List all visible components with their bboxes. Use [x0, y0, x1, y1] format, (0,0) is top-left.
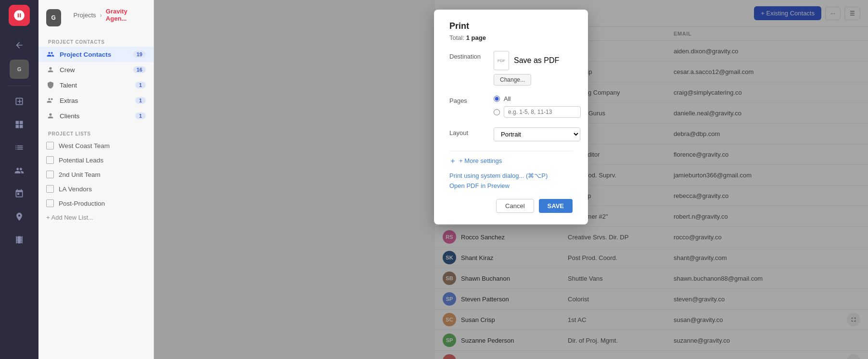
sidebar-brand: G Projects › Gravity Agen...: [38, 8, 153, 36]
dialog-divider: [449, 151, 573, 151]
change-destination-button[interactable]: Change...: [494, 74, 531, 86]
destination-content: PDF Save as PDF Change...: [494, 51, 573, 86]
sidebar-item-crew[interactable]: Crew 16: [38, 62, 153, 77]
pdf-label: Save as PDF: [514, 56, 559, 65]
breadcrumb: Projects › Gravity Agen...: [66, 8, 146, 22]
badge-project-contacts: 19: [133, 51, 146, 58]
sidebar-label-crew: Crew: [60, 66, 75, 74]
list-label-post-production: Post-Production: [59, 200, 105, 207]
list-icon-potential-leads: [46, 156, 54, 164]
badge-clients: 1: [135, 112, 146, 119]
nav-back-icon[interactable]: [11, 37, 28, 54]
dialog-layout-row: Layout Portrait: [449, 127, 573, 141]
sidebar-item-project-contacts[interactable]: Project Contacts 19: [38, 47, 153, 62]
layout-select[interactable]: Portrait: [494, 127, 580, 141]
pages-content: All: [494, 95, 581, 118]
pdf-dest: PDF Save as PDF: [494, 51, 573, 70]
radio-all[interactable]: All: [494, 95, 581, 102]
pages-label: Pages: [449, 95, 488, 104]
layout-content: Portrait: [494, 127, 580, 141]
talent-icon: [46, 81, 55, 89]
list-label-la-vendors: LA Vendors: [59, 186, 92, 193]
radio-custom-input[interactable]: [494, 109, 500, 115]
add-new-list[interactable]: + Add New List...: [38, 210, 153, 224]
list-icon-la-vendors: [46, 185, 54, 193]
agency-link[interactable]: Gravity Agen...: [106, 8, 138, 22]
sidebar-label-clients: Clients: [60, 112, 79, 120]
badge-talent: 1: [135, 82, 146, 88]
add-list-label: + Add New List...: [46, 214, 93, 221]
print-dialog-overlay: Print Total: 1 page Destination PDF Save…: [154, 0, 868, 359]
list-label-potential-leads: Potential Leads: [59, 157, 103, 164]
radio-all-label: All: [504, 95, 511, 102]
breadcrumb-sep: ›: [100, 12, 102, 19]
project-contacts-section-header: PROJECT CONTACTS: [38, 36, 153, 47]
list-icon-post-production: [46, 199, 54, 207]
sidebar-item-clients[interactable]: Clients 1: [38, 108, 153, 124]
nav-location-icon[interactable]: [11, 208, 28, 225]
main-area: Gravity Agency Bra... › Project Contacts…: [154, 0, 868, 359]
dialog-actions: Cancel SAVE: [449, 199, 573, 213]
list-item-west-coast[interactable]: West Coast Team: [38, 138, 153, 153]
brand-logo: G: [46, 9, 61, 26]
radio-custom[interactable]: [494, 106, 581, 118]
badge-crew: 16: [133, 66, 146, 73]
nav-people-icon[interactable]: [11, 162, 28, 179]
nav-logo[interactable]: [9, 5, 30, 26]
radio-group: All: [494, 95, 581, 118]
extras-icon: [46, 96, 55, 105]
projects-link[interactable]: Projects: [74, 12, 96, 19]
crew-icon: [46, 65, 55, 74]
nav-notebook-icon[interactable]: [11, 93, 28, 110]
sidebar-label-talent: Talent: [60, 82, 77, 89]
clients-icon: [46, 111, 55, 120]
project-lists-header: PROJECT LISTS: [38, 124, 153, 138]
open-pdf-preview-link[interactable]: Open PDF in Preview: [449, 182, 573, 189]
nav-grid-icon[interactable]: [11, 116, 28, 133]
cancel-button[interactable]: Cancel: [496, 199, 534, 213]
nav-calendar-icon[interactable]: [11, 185, 28, 202]
sidebar-label-project-contacts: Project Contacts: [60, 51, 111, 58]
nav-film-icon[interactable]: [11, 231, 28, 248]
list-icon-2nd-unit: [46, 171, 54, 178]
destination-label: Destination: [449, 51, 488, 60]
list-item-post-production[interactable]: Post-Production: [38, 196, 153, 210]
layout-label: Layout: [449, 127, 488, 136]
more-settings-toggle[interactable]: + More settings: [449, 157, 573, 164]
project-contacts-icon: [46, 50, 55, 59]
more-settings-label: + More settings: [459, 157, 502, 164]
badge-extras: 1: [135, 97, 146, 104]
sidebar-item-talent[interactable]: Talent 1: [38, 77, 153, 93]
dialog-subtitle: Total: 1 page: [449, 34, 573, 41]
sidebar-item-extras[interactable]: Extras 1: [38, 93, 153, 108]
list-label-2nd-unit: 2nd Unit Team: [59, 171, 101, 178]
nav-list-icon[interactable]: [11, 139, 28, 156]
pdf-icon: PDF: [494, 51, 509, 70]
dialog-pages-row: Pages All: [449, 95, 573, 118]
list-item-la-vendors[interactable]: LA Vendors: [38, 182, 153, 196]
save-button[interactable]: SAVE: [539, 199, 573, 213]
pages-range-input[interactable]: [504, 106, 581, 118]
print-system-dialog-link[interactable]: Print using system dialog... (⌘⌥P): [449, 172, 573, 179]
list-icon-west-coast: [46, 142, 54, 149]
sidebar-label-extras: Extras: [60, 97, 78, 104]
sidebar: G Projects › Gravity Agen... PROJECT CON…: [38, 0, 154, 359]
nav-bar: G: [0, 0, 38, 359]
radio-all-input[interactable]: [494, 96, 500, 102]
list-item-potential-leads[interactable]: Potential Leads: [38, 153, 153, 167]
dialog-links: Print using system dialog... (⌘⌥P) Open …: [449, 172, 573, 189]
list-label-west-coast: West Coast Team: [59, 142, 110, 149]
print-dialog: Print Total: 1 page Destination PDF Save…: [434, 10, 588, 224]
dialog-destination-row: Destination PDF Save as PDF Change...: [449, 51, 573, 86]
dialog-title: Print: [449, 21, 573, 31]
nav-avatar[interactable]: G: [10, 60, 29, 79]
list-item-2nd-unit[interactable]: 2nd Unit Team: [38, 167, 153, 182]
